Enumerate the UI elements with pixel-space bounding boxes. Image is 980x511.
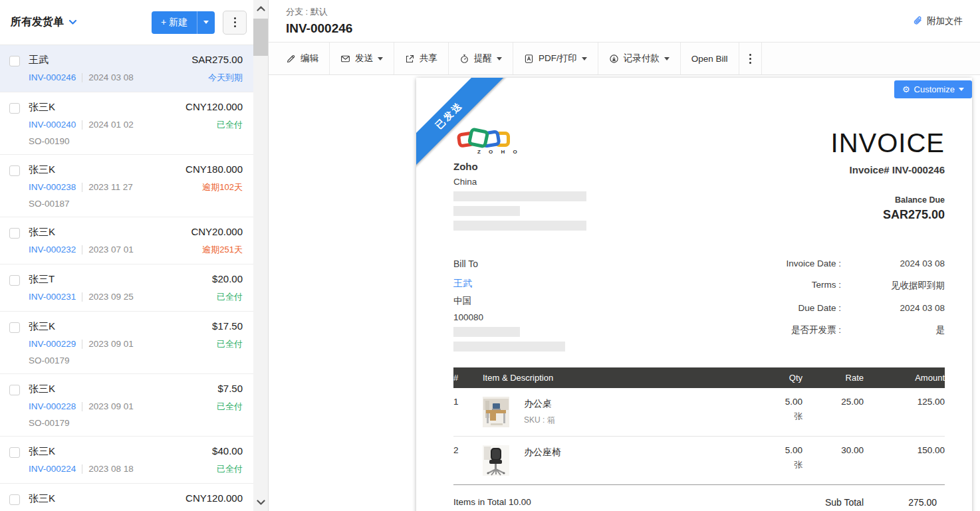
meta-value: 2024 03 08 (841, 303, 945, 313)
invoice-number-link[interactable]: INV-000231 (29, 292, 76, 302)
meta-value: 是 (841, 324, 945, 336)
chevron-up-icon (257, 6, 265, 11)
row-checkbox[interactable] (9, 56, 20, 66)
new-invoice-button[interactable]: + 新建 (152, 11, 197, 34)
invoice-detail-pane: 分支 : 默认 INV-000246 附加文件 编辑 发送 共享 (269, 0, 980, 511)
item-amount: 125.00 (864, 388, 945, 437)
reminder-button[interactable]: 提醒 (449, 43, 513, 74)
toolbar: 编辑 发送 共享 提醒 PDF/打印 (269, 43, 980, 75)
more-vertical-icon (749, 54, 751, 64)
bill-to-customer-link[interactable]: 王武 (453, 278, 472, 290)
pdf-print-button[interactable]: PDF/打印 (513, 43, 598, 74)
list-item[interactable]: 张三K $7.50 INV-000228 2023 09 01 已全付 SO-0… (0, 374, 253, 437)
status-badge: 已全付 (217, 463, 243, 475)
chevron-down-icon (582, 57, 587, 60)
chevron-down-icon (378, 57, 383, 60)
attach-files-label: 附加文件 (927, 15, 963, 27)
edit-button[interactable]: 编辑 (275, 43, 330, 74)
column-header-item: Item & Description (483, 367, 729, 388)
payment-download-icon (609, 54, 619, 64)
line-items-table: # Item & Description Qty Rate Amount 1 (453, 367, 945, 485)
share-button[interactable]: 共享 (394, 43, 449, 74)
invoice-amount: $7.50 (217, 383, 243, 394)
row-checkbox[interactable] (9, 275, 20, 286)
invoice-title: INVOICE (831, 130, 945, 156)
scrollbar-thumb[interactable] (253, 19, 268, 56)
divider (82, 245, 82, 255)
sales-order-number: SO-00179 (29, 418, 243, 428)
invoice-number-link[interactable]: INV-000238 (29, 182, 76, 192)
meta-label: 是否开发票 : (791, 324, 841, 336)
list-item[interactable]: 张三K $40.00 INV-000224 2023 08 18 已全付 (0, 437, 253, 484)
list-item[interactable]: 张三K CNY180.000 INV-000238 2023 11 27 逾期1… (0, 155, 253, 217)
row-checkbox[interactable] (9, 447, 20, 458)
invoice-number-link[interactable]: INV-000232 (29, 245, 76, 255)
divider (82, 73, 82, 82)
list-scrollbar[interactable] (253, 0, 269, 511)
chevron-down-icon (69, 20, 76, 25)
toolbar-more-options-button[interactable] (739, 43, 762, 74)
invoice-date: 2023 09 01 (88, 401, 134, 411)
row-body: 张三K $17.50 INV-000229 2023 09 01 已全付 SO-… (29, 320, 243, 365)
meta-value: 2024 03 08 (841, 258, 945, 268)
record-payment-button[interactable]: 记录付款 (598, 43, 681, 74)
item-index: 2 (453, 437, 483, 485)
balance-due-value: SAR275.00 (831, 208, 945, 222)
sales-order-number: SO-00187 (29, 199, 243, 209)
list-header: 所有发货单 + 新建 (0, 0, 253, 45)
redacted-text-bar (453, 191, 586, 201)
list-filter-dropdown[interactable]: 所有发货单 (11, 15, 76, 29)
item-qty: 5.00 (729, 445, 802, 455)
paperclip-icon (913, 16, 923, 26)
bill-to-label: Bill To (453, 258, 565, 269)
row-checkbox[interactable] (9, 494, 20, 505)
list-item[interactable]: 王武 SAR275.00 INV-000246 2024 03 08 今天到期 (0, 45, 253, 92)
scroll-up-button[interactable] (253, 6, 268, 11)
new-invoice-dropdown-button[interactable] (197, 11, 215, 34)
list-item[interactable]: 张三K $17.50 INV-000229 2023 09 01 已全付 SO-… (0, 312, 253, 374)
table-row: 1 办公桌 SKU : 箱 5.00 张 25.00 125.00 (453, 388, 945, 437)
item-sku: SKU : 箱 (524, 415, 555, 426)
divider (82, 183, 82, 192)
invoice-date: 2023 08 18 (88, 464, 134, 474)
list-more-options-button[interactable] (223, 11, 247, 35)
row-checkbox[interactable] (9, 385, 20, 395)
item-amount: 150.00 (864, 437, 945, 485)
row-checkbox[interactable] (9, 228, 20, 239)
status-badge: 已全付 (217, 119, 243, 131)
column-header-qty: Qty (729, 367, 802, 388)
row-body: 张三K CNY120.000 INV-000223 2023 08 11 逾期2… (29, 492, 243, 511)
customize-button[interactable]: ⚙ Customize (894, 80, 972, 98)
invoice-number-link[interactable]: INV-000229 (29, 339, 76, 349)
row-body: 张三T $20.00 INV-000231 2023 09 25 已全付 (29, 273, 243, 303)
item-unit: 张 (729, 411, 802, 423)
row-checkbox[interactable] (9, 322, 20, 333)
sub-total-label: Sub Total (825, 497, 864, 508)
row-checkbox[interactable] (9, 103, 20, 114)
invoice-number-link[interactable]: INV-000240 (29, 120, 76, 130)
open-bill-button[interactable]: Open Bill (681, 43, 739, 74)
table-footer: Items in Total 10.00 Sub Total (含税) 275.… (453, 497, 945, 511)
invoice-number-link[interactable]: INV-000246 (29, 72, 76, 82)
list-item[interactable]: 张三T $20.00 INV-000231 2023 09 25 已全付 (0, 264, 253, 312)
item-rate: 25.00 (802, 388, 864, 437)
invoice-number-link[interactable]: INV-000228 (29, 401, 76, 411)
items-tbody: 1 办公桌 SKU : 箱 5.00 张 25.00 125.00 2 (453, 388, 945, 485)
invoice-list-pane: 所有发货单 + 新建 王武 SAR275.00 (0, 0, 253, 511)
row-checkbox[interactable] (9, 165, 20, 176)
attach-files-button[interactable]: 附加文件 (913, 15, 963, 27)
invoice-number-link[interactable]: INV-000224 (29, 464, 76, 474)
list-item[interactable]: 张三K CNY120.000 INV-000223 2023 08 11 逾期2… (0, 484, 253, 511)
chair-thumbnail (483, 445, 509, 476)
sales-order-number: SO-00179 (29, 356, 243, 365)
invoice-amount: $17.50 (212, 320, 243, 332)
invoice-amount: CNY120.000 (185, 492, 243, 504)
invoice-date: 2023 11 27 (88, 182, 133, 192)
scroll-down-button[interactable] (253, 500, 268, 505)
list-item[interactable]: 张三K CNY20.000 INV-000232 2023 07 01 逾期25… (0, 217, 253, 264)
row-body: 张三K CNY180.000 INV-000238 2023 11 27 逾期1… (29, 163, 243, 209)
send-button[interactable]: 发送 (330, 43, 394, 74)
row-body: 王武 SAR275.00 INV-000246 2024 03 08 今天到期 (29, 54, 243, 84)
customer-name: 张三K (29, 445, 55, 458)
list-item[interactable]: 张三K CNY120.000 INV-000240 2024 01 02 已全付… (0, 92, 253, 155)
